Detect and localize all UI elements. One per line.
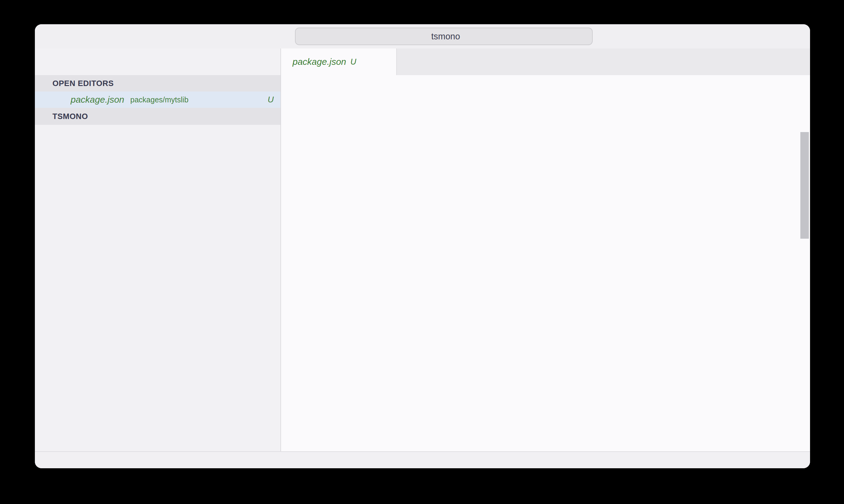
explorer-title: TSMONO — [52, 112, 88, 121]
tab-bar: package.json U — [281, 49, 810, 75]
minimize-window-button[interactable] — [59, 32, 67, 40]
tab-modified-badge: U — [350, 57, 357, 67]
chevron-down-icon — [39, 111, 50, 122]
history-nav — [252, 29, 293, 43]
open-editor-filename: package.json — [71, 94, 124, 105]
desktop-background: tsmono OPEN EDITORS package.json package… — [0, 0, 844, 504]
forward-icon[interactable] — [279, 29, 293, 43]
editor-area: package.json U — [281, 49, 810, 451]
tab-package-json[interactable]: package.json U — [281, 49, 397, 75]
back-icon[interactable] — [252, 29, 266, 43]
title-bar: tsmono — [35, 24, 810, 49]
close-icon[interactable] — [362, 57, 372, 66]
editor-scrollbar[interactable] — [800, 132, 809, 239]
modified-badge: U — [268, 95, 274, 105]
zoom-window-button[interactable] — [72, 32, 80, 40]
breadcrumb — [281, 75, 810, 91]
code-editor[interactable] — [281, 91, 810, 451]
status-bar — [35, 451, 810, 468]
open-editors-title: OPEN EDITORS — [52, 79, 114, 88]
open-editor-item[interactable]: package.json packages/mytslib U — [35, 91, 280, 108]
tab-label: package.json — [293, 57, 346, 67]
close-window-button[interactable] — [46, 32, 54, 40]
cursor-window: tsmono OPEN EDITORS package.json package… — [35, 24, 810, 468]
command-center-search[interactable]: tsmono — [295, 28, 593, 45]
sidebar: OPEN EDITORS package.json packages/mytsl… — [35, 49, 281, 451]
activity-bar — [35, 49, 280, 75]
editor-actions — [800, 49, 810, 75]
explorer-header[interactable]: TSMONO — [35, 108, 280, 125]
open-editors-header[interactable]: OPEN EDITORS — [35, 75, 280, 91]
open-editor-path: packages/mytslib — [131, 95, 189, 104]
close-editor-icon[interactable] — [52, 95, 61, 104]
chevron-down-icon — [39, 78, 50, 89]
search-value: tsmono — [431, 32, 460, 41]
traffic-lights — [46, 32, 80, 40]
